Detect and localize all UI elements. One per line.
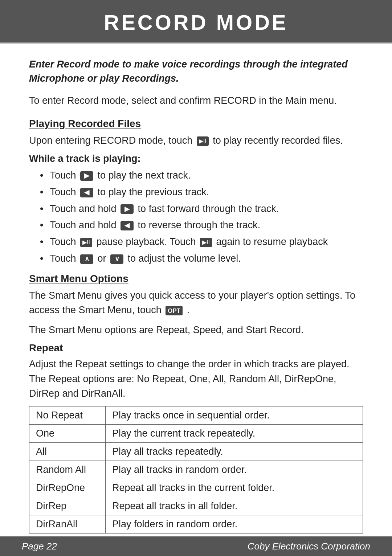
table-row: Random All Play all tracks in random ord… [29,461,363,479]
prev-track-icon: ◀ [80,188,93,197]
desc-dirrep: Repeat all tracks in all folder. [106,497,363,515]
smart-menu-body1: The Smart Menu gives you quick access to… [29,288,363,318]
next-track-icon: ▶ [80,171,93,181]
desc-dirrepone: Repeat all tracks in the current folder. [106,479,363,497]
page-header: RECORD MODE [0,0,392,42]
repeat-table: No Repeat Play tracks once in sequential… [29,406,363,533]
bullet-fast-forward: Touch and hold ▶ to fast forward through… [40,201,363,217]
playing-recorded-files-section: Playing Recorded Files Upon entering REC… [29,118,363,148]
intro-normal: To enter Record mode, select and confirm… [29,94,363,108]
desc-all: Play all tracks repeatedly. [106,442,363,461]
bullet-pause: Touch ▶II pause playback. Touch ▶II agai… [40,234,363,250]
table-row: DirRepOne Repeat all tracks in the curre… [29,479,363,497]
desc-no-repeat: Play tracks once in sequential order. [106,406,363,424]
table-row: DirRanAll Play folders in random order. [29,515,363,533]
opt-btn-icon: OPT [166,306,183,315]
repeat-body: Adjust the Repeat settings to change the… [29,357,363,401]
playing-recorded-files-title: Playing Recorded Files [29,118,363,130]
footer-page-number: Page 22 [22,541,57,552]
option-one: One [29,424,106,442]
bullet-next-track: Touch ▶ to play the next track. [40,168,363,183]
option-dirrep: DirRep [29,497,106,515]
intro-bold: Enter Record mode to make voice recordin… [29,57,363,86]
smart-menu-title: Smart Menu Options [29,273,363,285]
table-row: All Play all tracks repeatedly. [29,442,363,461]
option-dirrepone: DirRepOne [29,479,106,497]
smart-menu-body2: The Smart Menu options are Repeat, Speed… [29,323,363,338]
repeat-title: Repeat [29,342,363,354]
smart-menu-section: Smart Menu Options The Smart Menu gives … [29,273,363,338]
table-row: No Repeat Play tracks once in sequential… [29,406,363,424]
table-row: One Play the current track repeatedly. [29,424,363,442]
option-dirranall: DirRanAll [29,515,106,533]
while-playing-title: While a track is playing: [29,153,363,164]
vol-down-icon: ∨ [110,254,123,264]
page-title: RECORD MODE [0,10,392,34]
content-area: Enter Record mode to make voice recordin… [0,44,392,556]
bullet-prev-track: Touch ◀ to play the previous track. [40,185,363,200]
option-random-all: Random All [29,461,106,479]
playing-recorded-files-body: Upon entering RECORD mode, touch ▶II to … [29,133,363,148]
desc-dirranall: Play folders in random order. [106,515,363,533]
pause-btn-icon: ▶II [80,238,92,247]
fast-forward-icon: ▶ [121,204,134,214]
bullet-reverse: Touch and hold ◀ to reverse through the … [40,218,363,233]
bullet-volume: Touch ∧ or ∨ to adjust the volume level. [40,251,363,266]
while-playing-bullets: Touch ▶ to play the next track. Touch ◀ … [29,168,363,266]
desc-random-all: Play all tracks in random order. [106,461,363,479]
vol-up-icon: ∧ [80,254,93,264]
repeat-section: Repeat Adjust the Repeat settings to cha… [29,342,363,556]
option-no-repeat: No Repeat [29,406,106,424]
desc-one: Play the current track repeatedly. [106,424,363,442]
play-record-button-icon: ▶II [197,136,209,146]
reverse-icon: ◀ [121,221,134,230]
table-row: DirRep Repeat all tracks in all folder. [29,497,363,515]
page-footer: Page 22 Coby Electronics Corporation [0,536,392,556]
while-playing-section: While a track is playing: Touch ▶ to pla… [29,153,363,266]
footer-company-name: Coby Electronics Corporation [248,541,370,552]
resume-btn-icon: ▶II [200,238,212,247]
option-all: All [29,442,106,461]
